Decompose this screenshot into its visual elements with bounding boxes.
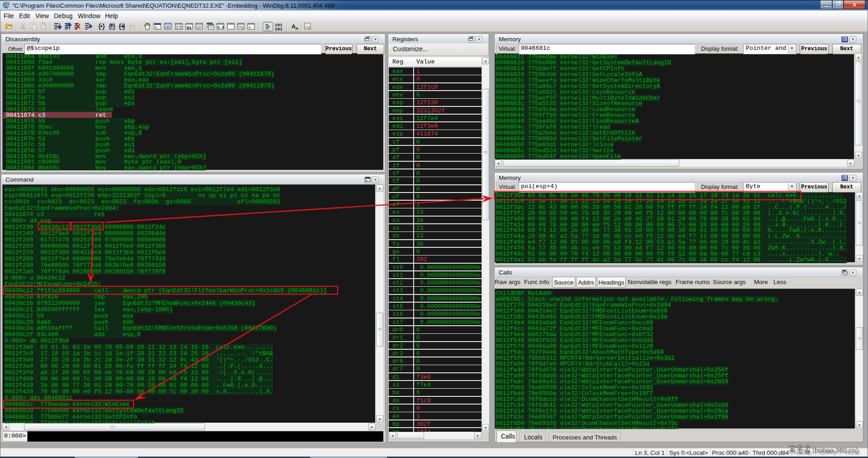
svg-text:101: 101 [275,27,282,32]
svg-text:>_: >_ [366,179,370,182]
svg-text:(bobao.360.cn): (bobao.360.cn) [812,446,858,454]
svg-text:0x: 0x [186,26,191,30]
svg-text:>_: >_ [155,25,159,29]
svg-text:A: A [296,26,299,31]
svg-text:6.0: 6.0 [218,25,224,29]
svg-text:»: » [248,25,251,29]
